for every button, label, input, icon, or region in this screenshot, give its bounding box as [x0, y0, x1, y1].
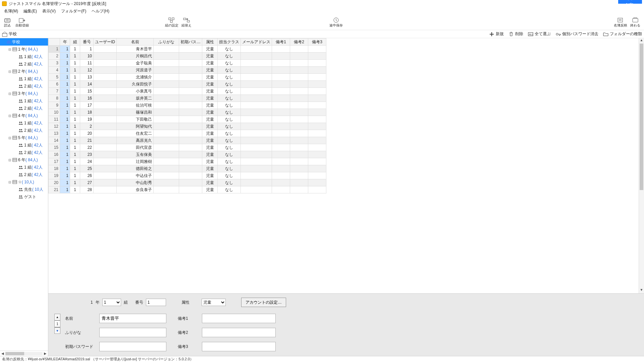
col-furi[interactable]: ふりがな — [154, 39, 179, 46]
table-row[interactable]: 191126中込佳子児童なし — [49, 172, 326, 179]
grid-wrap[interactable]: 年組番号ユーザーID名前ふりがな初期パス…属性担当クラスメールアドレス備考1備考… — [48, 38, 639, 293]
col-attr[interactable]: 属性 — [202, 39, 218, 46]
index-stepper[interactable]: ▲ — [54, 314, 60, 320]
scroll-left-icon[interactable]: ◀ — [0, 352, 5, 355]
select-all-button[interactable]: ALL全て選ぶ — [528, 31, 551, 37]
class-settings-button[interactable]: 組の設定 — [164, 15, 179, 30]
tree-toggle-icon[interactable]: ⊟ — [7, 158, 12, 162]
attr-select[interactable]: 児童 — [202, 299, 226, 306]
col-userid[interactable]: ユーザーID — [94, 39, 117, 46]
tree-node[interactable]: ⊟4 年 ( 84人) — [0, 112, 48, 119]
scroll-up-icon[interactable]: ▲ — [639, 38, 644, 44]
remark2-input[interactable] — [202, 328, 276, 337]
tree-node[interactable]: ゲスト — [0, 193, 48, 200]
menu-item-2[interactable]: 表示(V) — [40, 8, 58, 15]
tree-node[interactable]: 2 組 ( 42人 — [0, 60, 48, 68]
col-pw[interactable]: 初期パス… — [179, 39, 202, 46]
tree-node[interactable]: 2 組 ( 42人 — [0, 105, 48, 112]
tree-node[interactable]: 1 組 ( 42人 — [0, 53, 48, 60]
col-tcls[interactable]: 担当クラス — [218, 39, 241, 46]
tree-node[interactable]: 2 組 ( 42人 — [0, 127, 48, 134]
tree-node[interactable]: ⊟☆ ( 10人) — [0, 178, 48, 186]
password-input[interactable] — [99, 342, 166, 351]
tree-toggle-icon[interactable]: ⊟ — [7, 114, 12, 118]
tree-node[interactable]: ⊟1 年 ( 84人) — [0, 46, 48, 53]
table-row[interactable]: 12112阿望知代児童なし — [49, 123, 326, 130]
furigana-input[interactable] — [99, 328, 166, 337]
tree-node[interactable]: 先生 ( 10人 — [0, 186, 48, 193]
tree-node[interactable]: ⊟3 年 ( 84人) — [0, 90, 48, 97]
clear-password-button[interactable]: 個別パスワード消去 — [555, 31, 598, 37]
tree-toggle-icon[interactable]: ⊟ — [7, 92, 12, 96]
table-row[interactable]: 131120住友宏二児童なし — [49, 130, 326, 137]
menu-item-3[interactable]: フォルダー(F) — [58, 8, 89, 15]
read-button[interactable]: 読込 — [0, 15, 15, 30]
table-row[interactable]: 21110片桐昌代児童なし — [49, 53, 326, 60]
tree-toggle-icon[interactable]: ⊟ — [7, 48, 12, 51]
tree-node[interactable]: 1 組 ( 42人 — [0, 141, 48, 149]
tree-node[interactable]: 2 組 ( 42人 — [0, 149, 48, 156]
tree-node[interactable]: 1 組 ( 42人 — [0, 164, 48, 171]
tree-node[interactable]: ⊟2 年 ( 84人) — [0, 68, 48, 75]
tree-node[interactable]: 2 組 ( 42人 — [0, 171, 48, 178]
midsave-button[interactable]: 途中保存 — [329, 15, 343, 30]
scroll-right-icon[interactable]: ▶ — [43, 352, 48, 355]
table-row[interactable]: 161123玉有保美児童なし — [49, 151, 326, 158]
remark3-input[interactable] — [202, 342, 276, 351]
col-kumi[interactable]: 組 — [70, 39, 80, 46]
tree-node[interactable]: 1 組 ( 42人 — [0, 97, 48, 105]
tree[interactable]: 学校 ⊟1 年 ( 84人)1 組 ( 42人2 組 ( 42人⊟2 年 ( 8… — [0, 38, 48, 351]
name-input[interactable] — [99, 314, 166, 323]
table-row[interactable]: 171124辻岡雅樹児童なし — [49, 158, 326, 165]
scroll-down-icon[interactable]: ▼ — [639, 288, 644, 293]
tree-node[interactable]: 1 組 ( 42人 — [0, 119, 48, 127]
table-row[interactable]: 111119下田敬己児童なし — [49, 116, 326, 123]
table-row[interactable]: 1111青木晋平児童なし — [49, 46, 326, 53]
table-row[interactable]: 101118篠塚昌和児童なし — [49, 109, 326, 116]
table-row[interactable]: 181125徳田裕之児童なし — [49, 165, 326, 172]
tree-node[interactable]: 1 組 ( 42人 — [0, 75, 48, 82]
tree-toggle-icon[interactable]: ⊟ — [7, 70, 12, 73]
folder-types-button[interactable]: フォルダーの種類 — [603, 31, 642, 37]
table-row[interactable]: 41112河原道子児童なし — [49, 67, 326, 74]
menu-item-4[interactable]: ヘルプ(H) — [89, 8, 112, 15]
table-row[interactable]: 81116坂井英二児童なし — [49, 95, 326, 102]
col-b2[interactable]: 備考2 — [290, 39, 308, 46]
table-row[interactable]: 51113北浦慎介児童なし — [49, 74, 326, 81]
index-stepper-dn[interactable]: ▼ — [54, 327, 60, 334]
tree-toggle-icon[interactable]: ⊟ — [7, 180, 12, 184]
table-row[interactable]: 31111金子聡美児童なし — [49, 60, 326, 67]
delete-button[interactable]: 削除 — [508, 31, 523, 37]
table-row[interactable]: 211128奈良泰子児童なし — [49, 186, 326, 193]
col-name[interactable]: 名前 — [117, 39, 154, 46]
col-mail[interactable]: メールアドレス — [241, 39, 272, 46]
table-row[interactable]: 61114久保田悦子児童なし — [49, 81, 326, 88]
roster-table[interactable]: 年組番号ユーザーID名前ふりがな初期パス…属性担当クラスメールアドレス備考1備考… — [48, 38, 326, 193]
new-button[interactable]: 新規 — [489, 31, 504, 37]
remark1-input[interactable] — [202, 314, 276, 323]
menu-item-1[interactable]: 編集(E) — [21, 8, 40, 15]
tree-hscrollbar[interactable]: ◀ ▶ — [0, 351, 48, 356]
breadcrumb-root[interactable]: 学校 — [9, 31, 17, 37]
reflect-roster-button[interactable]: 名簿反映 — [613, 15, 628, 30]
auto-register-button[interactable]: 自動登録 — [15, 15, 30, 30]
table-row[interactable]: 71115小泉真弓児童なし — [49, 88, 326, 95]
table-row[interactable]: 151122田代宣彦児童なし — [49, 144, 326, 151]
chevron-down-icon[interactable]: ▼ — [55, 327, 60, 334]
account-settings-button[interactable]: アカウントの設定… — [241, 298, 286, 307]
chevron-up-icon[interactable]: ▲ — [55, 314, 60, 320]
col-nen[interactable]: 年 — [60, 39, 70, 46]
table-row[interactable]: 141121高原克久児童なし — [49, 137, 326, 144]
menu-item-0[interactable]: 名簿(M) — [1, 8, 21, 15]
col-rownum[interactable] — [49, 39, 60, 46]
kumi-select[interactable]: 1 — [102, 299, 121, 306]
table-row[interactable]: 201127中山彰秀児童なし — [49, 179, 326, 186]
bango-input[interactable] — [146, 299, 166, 306]
tree-node[interactable]: 2 組 ( 42人 — [0, 82, 48, 90]
col-bango[interactable]: 番号 — [80, 39, 94, 46]
col-b1[interactable]: 備考1 — [272, 39, 290, 46]
col-b3[interactable]: 備考3 — [308, 39, 326, 46]
tree-toggle-icon[interactable]: ⊟ — [7, 136, 12, 140]
table-row[interactable]: 91117佐治可枝児童なし — [49, 102, 326, 109]
class-swap-button[interactable]: 組替え — [179, 15, 194, 30]
